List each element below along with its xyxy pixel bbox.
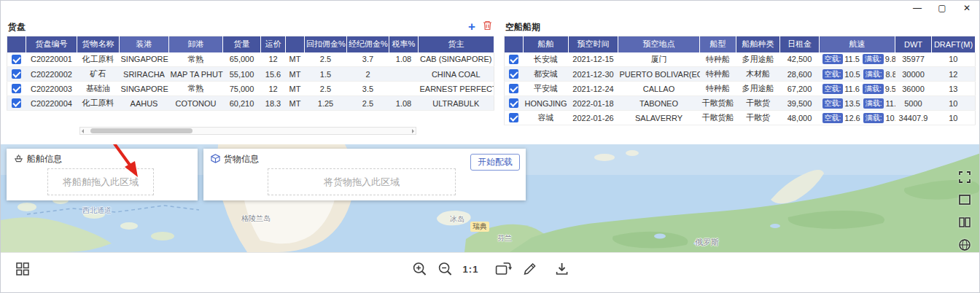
add-cargo-icon[interactable]: +	[468, 21, 475, 33]
column-header[interactable]: 货盘编号	[26, 36, 77, 52]
column-header[interactable]: 预空时间	[569, 36, 618, 52]
ship-drop-zone[interactable]: 将船舶拖入此区域	[47, 168, 154, 195]
table-row[interactable]: C20220004化工原料AAHUSCOTONOU60,21018.3MT1.2…	[7, 96, 494, 111]
table-cell: 特种船	[700, 82, 736, 96]
table-row[interactable]: 都安城2021-12-30PUERTO BOLIVAR(EC)特种船木材船28,…	[505, 67, 976, 82]
table-cell: 基础油	[77, 82, 120, 96]
column-header[interactable]: 船舶	[524, 36, 569, 52]
row-checkbox[interactable]	[509, 98, 518, 108]
column-header[interactable]: 日租金	[780, 36, 820, 52]
table-cell: 35977	[895, 52, 932, 67]
download-icon[interactable]	[553, 261, 569, 277]
maximize-icon[interactable]: ▢	[937, 3, 947, 13]
table-cell: 3.5	[347, 82, 389, 96]
column-header[interactable]: 船舶种类	[736, 36, 780, 52]
column-header[interactable]: 经纪佣金%	[347, 36, 389, 52]
table-row[interactable]: 平安城2021-12-24CALLAO特种船多用途船67,200空载:11.6满…	[505, 82, 976, 96]
table-cell: C20220001	[26, 52, 77, 67]
close-icon[interactable]: ✕	[962, 3, 972, 13]
actual-size-icon[interactable]: 1:1	[463, 264, 479, 275]
zoom-in-icon[interactable]	[412, 261, 428, 277]
row-checkbox[interactable]	[12, 84, 21, 93]
column-header[interactable]: DRAFT(M)	[932, 36, 976, 52]
table-row[interactable]: C20220001化工原料SINGAPORE常熟65,00012MT2.53.7…	[7, 52, 494, 67]
table-cell: 长安城	[524, 52, 569, 67]
table-cell: 65,000	[223, 52, 261, 67]
table-cell: EARNEST PERFECT	[419, 82, 494, 96]
row-checkbox[interactable]	[509, 55, 518, 64]
column-header[interactable]: 装港	[120, 36, 169, 52]
select-all-column	[505, 36, 524, 52]
fullscreen-icon[interactable]	[957, 170, 972, 184]
table-row[interactable]: C20220002矿石SRIRACHAMAP TA PHUT55,10015.6…	[7, 67, 494, 82]
column-header[interactable]: 货量	[223, 36, 261, 52]
table-row[interactable]: C20220003基础油SINGAPORE常熟75,00012MT2.53.5E…	[7, 82, 494, 96]
map-label: 冰岛	[450, 214, 464, 224]
map-label: 格陵兰岛	[241, 214, 271, 224]
column-header[interactable]: 回扣佣金%	[305, 36, 347, 52]
cargo-drop-zone[interactable]: 将货物拖入此区域	[268, 168, 456, 195]
table-row[interactable]: HONGJING2022-01-18TABONEO干散货船干散货39,500空载…	[505, 96, 976, 111]
column-header[interactable]: 货主	[419, 36, 494, 52]
table-row[interactable]: 长安城2021-12-15厦门特种船多用途船42,500空载:11.5满载:9.…	[505, 52, 976, 67]
table-cell: 矿石	[77, 67, 120, 82]
column-header[interactable]: 航速	[820, 36, 895, 52]
table-cell: C20220003	[26, 82, 77, 96]
table-cell: PUERTO BOLIVAR(EC)	[618, 67, 700, 82]
scrollbar-thumb[interactable]	[90, 128, 192, 133]
table-cell: CALLAO	[618, 82, 700, 96]
table-cell: 67,200	[780, 82, 820, 96]
zoom-out-icon[interactable]	[438, 261, 454, 277]
rectangle-select-icon[interactable]	[957, 192, 972, 207]
speed-badge: 空载:11.5	[822, 54, 860, 64]
speed-badge: 空载:12.6	[822, 113, 860, 123]
table-cell: 化工原料	[77, 52, 120, 67]
row-checkbox[interactable]	[509, 113, 518, 122]
column-header[interactable]: 运价	[261, 36, 286, 52]
table-row[interactable]: 容城2022-01-26SALAVERRY干散货船干散货48,000空载:12.…	[505, 111, 976, 125]
start-stowage-button[interactable]: 开始配载	[470, 154, 520, 171]
row-checkbox[interactable]	[509, 69, 518, 79]
column-header[interactable]: DWT	[895, 36, 932, 52]
column-header[interactable]: 税率%	[389, 36, 419, 52]
package-icon	[211, 154, 220, 165]
row-checkbox[interactable]	[12, 98, 21, 108]
column-header[interactable]: 预空地点	[618, 36, 700, 52]
cargo-info-panel: 货物信息 将货物拖入此区域 开始配载	[203, 149, 526, 200]
table-cell: ULTRABULK	[419, 96, 494, 111]
globe-icon[interactable]	[957, 238, 972, 252]
table-cell: 60,210	[223, 96, 261, 111]
table-cell: 干散货	[736, 111, 780, 125]
table-cell: 空载:11.6满载:9.5	[820, 82, 895, 96]
table-cell: HONGJING	[524, 96, 569, 111]
delete-cargo-icon[interactable]	[483, 20, 492, 34]
table-cell: 34407.9	[895, 111, 932, 125]
minimize-icon[interactable]: —	[912, 3, 922, 13]
table-cell: 1.5	[305, 67, 347, 82]
scroll-right-icon[interactable]	[412, 129, 414, 133]
row-checkbox[interactable]	[12, 69, 21, 79]
table-cell: 42,500	[780, 52, 820, 67]
ship-drop-hint: 将船舶拖入此区域	[63, 176, 139, 189]
ship-icon	[14, 154, 23, 165]
edit-pencil-icon[interactable]	[521, 261, 537, 277]
table-cell: 2.5	[347, 96, 389, 111]
rotate-view-icon[interactable]	[494, 261, 512, 277]
column-header[interactable]	[286, 36, 305, 52]
table-cell: SINGAPORE	[120, 52, 169, 67]
cargo-table-hscrollbar[interactable]	[79, 127, 416, 135]
row-checkbox[interactable]	[12, 55, 21, 64]
row-checkbox[interactable]	[509, 84, 518, 93]
map-controls	[957, 170, 972, 252]
column-header[interactable]: 卸港	[169, 36, 223, 52]
column-header[interactable]: 货物名称	[77, 36, 120, 52]
table-cell: 空载:13.5满载:11.5	[820, 96, 895, 111]
map-label: 西北通道	[82, 206, 112, 216]
split-view-icon[interactable]	[957, 215, 972, 230]
table-cell: 39,500	[780, 96, 820, 111]
table-cell: 干散货船	[700, 111, 736, 125]
column-header[interactable]: 船型	[700, 36, 736, 52]
layout-grid-icon[interactable]	[15, 262, 30, 279]
scroll-left-icon[interactable]	[82, 129, 84, 133]
ship-schedule-table: 船舶预空时间预空地点船型船舶种类日租金航速DWTDRAFT(M) 长安城2021…	[504, 36, 976, 125]
